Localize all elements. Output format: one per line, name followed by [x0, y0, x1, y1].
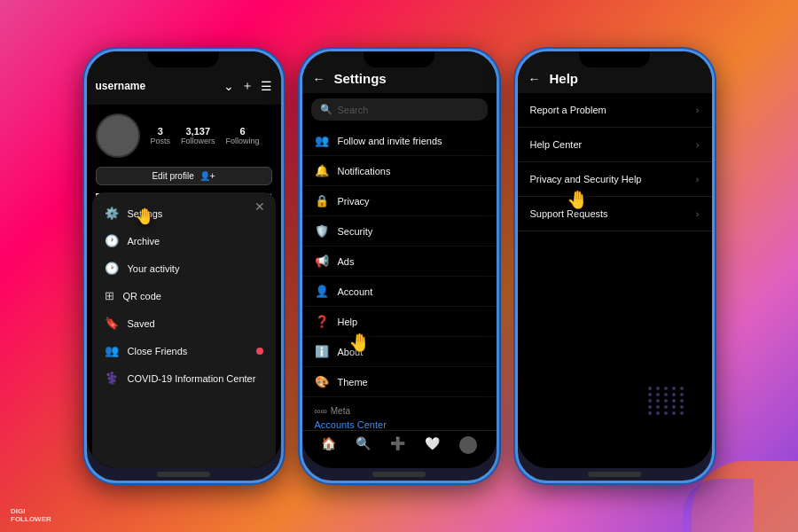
phone-1: username ⌄ ＋ ☰ 3 Posts	[84, 49, 284, 483]
back-arrow-icon[interactable]: ←	[313, 72, 325, 86]
help-item-report[interactable]: Report a Problem ›	[518, 93, 712, 128]
nav-heart-icon[interactable]: 🤍	[425, 436, 440, 454]
phone-3: ← Help Report a Problem › Help Center › …	[515, 49, 715, 483]
phone-3-bottom-bar	[588, 472, 641, 477]
posts-label: Posts	[151, 137, 171, 145]
add-person-icon: 👤+	[200, 171, 215, 181]
chevron-right-4-icon: ›	[696, 208, 700, 219]
archive-label: Archive	[128, 236, 160, 246]
settings-item-theme[interactable]: 🎨 Theme	[302, 367, 497, 397]
activity-icon: 🕑	[105, 262, 119, 275]
notification-dot	[256, 348, 263, 355]
about-label: About	[338, 347, 364, 357]
profile-stats: 3 Posts 3,137 Followers 6 Following	[151, 126, 260, 145]
about-icon: ℹ️	[315, 345, 329, 358]
close-friends-icon: 👥	[105, 344, 119, 357]
menu-icon[interactable]: ☰	[261, 79, 272, 93]
nav-home-icon[interactable]: 🏠	[321, 436, 336, 454]
phone-2-screen: ← Settings 🔍 Search 👥 Follow and invite …	[302, 51, 497, 468]
settings-item-notifications[interactable]: 🔔 Notifications	[302, 156, 497, 186]
settings-item-help[interactable]: ❓ Help	[302, 307, 497, 337]
menu-item-archive[interactable]: 🕐 Archive	[92, 227, 276, 254]
close-friends-label: Close Friends	[128, 346, 188, 356]
qr-icon: ⊞	[105, 289, 114, 302]
settings-item-follow[interactable]: 👥 Follow and invite friends	[302, 126, 497, 156]
help-item-support[interactable]: Support Requests ›	[518, 197, 712, 231]
meta-label: ∞∞ Meta	[315, 406, 484, 416]
report-problem-label: Report a Problem	[530, 105, 606, 115]
qr-label: QR code	[123, 291, 161, 301]
ads-icon: 📢	[315, 254, 329, 268]
menu-item-activity[interactable]: 🕑 Your activity	[92, 254, 276, 282]
menu-item-covid[interactable]: ⚕️ COVID-19 Information Center	[92, 364, 276, 392]
menu-item-qr[interactable]: ⊞ QR code	[92, 282, 276, 309]
chevron-right-2-icon: ›	[696, 139, 700, 150]
brand-logo: DIGI FOLLOWER	[11, 507, 51, 523]
follow-label: Follow and invite friends	[338, 136, 442, 146]
settings-icon: ⚙️	[105, 207, 119, 220]
security-label: Security	[338, 226, 373, 237]
phone-1-content: username ⌄ ＋ ☰ 3 Posts	[87, 51, 281, 468]
following-label: Following	[226, 137, 260, 145]
avatar-section: 3 Posts 3,137 Followers 6 Following	[87, 105, 281, 163]
menu-item-close-friends[interactable]: 👥 Close Friends	[92, 337, 276, 364]
bottom-navigation: 🏠 🔍 ➕ 🤍	[302, 430, 497, 459]
nav-add-icon[interactable]: ➕	[390, 436, 405, 454]
posts-count: 3	[158, 126, 163, 137]
help-back-arrow-icon[interactable]: ←	[528, 72, 541, 86]
nav-search-icon[interactable]: 🔍	[356, 436, 371, 454]
profile-menu-overlay: ✕ ⚙️ Settings 🕐 Archive 🕑 Your activity	[92, 192, 276, 468]
chevron-right-1-icon: ›	[696, 105, 700, 115]
phone-2-bottom-bar	[372, 472, 426, 477]
notifications-label: Notifications	[338, 166, 391, 176]
chevron-down-icon[interactable]: ⌄	[223, 79, 234, 93]
help-item-help-center[interactable]: Help Center ›	[518, 128, 712, 162]
close-menu-icon[interactable]: ✕	[254, 200, 265, 214]
header-icons: ⌄ ＋ ☰	[223, 78, 272, 94]
privacy-icon: 🔒	[315, 194, 329, 207]
theme-label: Theme	[338, 377, 368, 387]
chevron-right-3-icon: ›	[696, 174, 700, 184]
help-icon: ❓	[315, 315, 329, 328]
activity-label: Your activity	[128, 263, 180, 274]
phone-2-content: ← Settings 🔍 Search 👥 Follow and invite …	[302, 51, 497, 468]
edit-profile-button[interactable]: Edit profile 👤+	[96, 167, 272, 185]
following-count: 6	[239, 126, 245, 137]
notifications-icon: 🔔	[315, 164, 329, 177]
help-center-label: Help Center	[530, 139, 583, 150]
decorative-blob-purple	[683, 479, 754, 532]
posts-stat: 3 Posts	[151, 126, 171, 145]
help-label: Help	[338, 317, 358, 327]
privacy-security-help-label: Privacy and Security Help	[530, 174, 642, 184]
follow-icon: 👥	[315, 134, 329, 147]
theme-icon: 🎨	[315, 375, 329, 388]
followers-label: Followers	[181, 137, 215, 145]
decorative-dots	[648, 387, 685, 415]
followers-count: 3,137	[186, 126, 211, 137]
covid-icon: ⚕️	[105, 372, 119, 385]
settings-item-privacy[interactable]: 🔒 Privacy	[302, 186, 497, 216]
followers-stat: 3,137 Followers	[181, 126, 215, 145]
covid-label: COVID-19 Information Center	[128, 373, 256, 384]
help-title: Help	[550, 71, 579, 86]
settings-item-ads[interactable]: 📢 Ads	[302, 246, 497, 277]
add-post-icon[interactable]: ＋	[241, 78, 254, 94]
phones-container: username ⌄ ＋ ☰ 3 Posts	[84, 49, 715, 483]
nav-profile-icon[interactable]	[459, 436, 477, 454]
search-bar[interactable]: 🔍 Search	[311, 98, 488, 121]
security-icon: 🛡️	[315, 224, 329, 238]
account-icon: 👤	[315, 285, 329, 298]
help-item-privacy[interactable]: Privacy and Security Help ›	[518, 162, 712, 197]
menu-item-settings[interactable]: ⚙️ Settings	[92, 200, 276, 227]
support-requests-label: Support Requests	[530, 208, 608, 219]
search-icon: 🔍	[320, 104, 332, 115]
settings-item-account[interactable]: 👤 Account	[302, 277, 497, 307]
account-label: Account	[338, 286, 373, 297]
following-stat: 6 Following	[226, 126, 260, 145]
phone-2: ← Settings 🔍 Search 👥 Follow and invite …	[300, 49, 499, 483]
logo-line2: FOLLOWER	[11, 515, 51, 523]
meta-section: ∞∞ Meta	[302, 397, 497, 418]
settings-item-about[interactable]: ℹ️ About	[302, 337, 497, 367]
settings-item-security[interactable]: 🛡️ Security	[302, 216, 497, 246]
menu-item-saved[interactable]: 🔖 Saved	[92, 309, 276, 337]
